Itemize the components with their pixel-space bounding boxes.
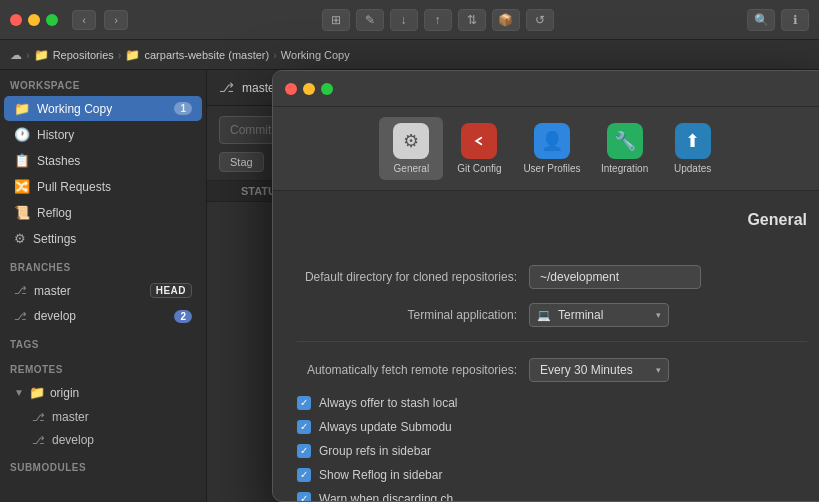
expand-icon: ▼ [14, 387, 24, 398]
checkbox-stash[interactable]: ✓ [297, 396, 311, 410]
merge-icon-btn[interactable]: ⇅ [458, 9, 486, 31]
pull-icon-btn[interactable]: ↓ [390, 9, 418, 31]
checkbox-group-refs-check: ✓ [300, 446, 308, 456]
tab-user-profiles[interactable]: 👤 User Profiles [515, 117, 588, 180]
right-toolbar-icons: 🔍 ℹ [747, 9, 809, 31]
checkbox-group-refs[interactable]: ✓ [297, 444, 311, 458]
tab-general[interactable]: ⚙ General [379, 117, 443, 180]
fullscreen-button[interactable] [46, 14, 58, 26]
sidebar-item-pull-requests-label: Pull Requests [37, 180, 111, 194]
remote-develop-label: develop [52, 433, 94, 447]
checkbox-row-2: ✓ Group refs in sidebar [297, 444, 807, 458]
search-icon-btn[interactable]: 🔍 [747, 9, 775, 31]
checkbox-warn-discard[interactable]: ✓ [297, 492, 311, 501]
working-copy-breadcrumb[interactable]: Working Copy [281, 49, 350, 61]
directory-input[interactable] [529, 265, 701, 289]
minimize-button[interactable] [28, 14, 40, 26]
branch-icon-develop: ⎇ [14, 310, 27, 323]
stage-button[interactable]: Stag [219, 152, 264, 172]
breadcrumb-sep1: › [26, 49, 30, 61]
sidebar-item-stashes[interactable]: 📋 Stashes [4, 148, 202, 173]
workspace-label: Workspace [0, 70, 206, 95]
checkbox-show-reflog-check: ✓ [300, 470, 308, 480]
sidebar-item-settings[interactable]: ⚙ Settings [4, 226, 202, 251]
tab-integration[interactable]: 🔧 Integration [593, 117, 657, 180]
integration-tab-icon: 🔧 [607, 123, 643, 159]
pref-close-button[interactable] [285, 83, 297, 95]
close-button[interactable] [10, 14, 22, 26]
toolbar-icons: ⊞ ✎ ↓ ↑ ⇅ 📦 ↺ [322, 9, 554, 31]
checkbox-submodule[interactable]: ✓ [297, 420, 311, 434]
general-tab-icon: ⚙ [393, 123, 429, 159]
sidebar-remote-develop[interactable]: ⎇ develop [4, 429, 202, 451]
sidebar-item-pull-requests[interactable]: 🔀 Pull Requests [4, 174, 202, 199]
terminal-control: 💻 Terminal ▾ [529, 303, 669, 327]
remotes-origin[interactable]: ▼ 📁 origin [4, 380, 202, 405]
forward-button[interactable]: › [104, 10, 128, 30]
sidebar-item-stashes-label: Stashes [37, 154, 80, 168]
sidebar-item-history-label: History [37, 128, 74, 142]
edit-icon-btn[interactable]: ✎ [356, 9, 384, 31]
pref-row-fetch: Automatically fetch remote repositories:… [297, 358, 807, 382]
checkbox-stash-label: Always offer to stash local [319, 396, 458, 410]
repo-name-link[interactable]: carparts-website (master) [144, 49, 269, 61]
checkbox-show-reflog[interactable]: ✓ [297, 468, 311, 482]
fetch-select-wrap: Every 30 Minutes ▾ [529, 358, 669, 382]
breadcrumb-sep3: › [273, 49, 277, 61]
pull-requests-icon: 🔀 [14, 179, 30, 194]
checkbox-row-4: ✓ Warn when discarding ch [297, 492, 807, 501]
fetch-control: Every 30 Minutes ▾ [529, 358, 669, 382]
refresh-icon-btn[interactable]: ↺ [526, 9, 554, 31]
breadcrumb-sep2: › [118, 49, 122, 61]
pref-titlebar [273, 71, 819, 107]
stage-icon-btn[interactable]: ⊞ [322, 9, 350, 31]
sidebar-item-working-copy[interactable]: 📁 Working Copy 1 [4, 96, 202, 121]
sidebar-item-settings-label: Settings [33, 232, 76, 246]
checkbox-row-1: ✓ Always update Submodu [297, 420, 807, 434]
fetch-select[interactable]: Every 30 Minutes [529, 358, 669, 382]
package-icon-btn[interactable]: 📦 [492, 9, 520, 31]
pref-minimize-button[interactable] [303, 83, 315, 95]
pref-row-terminal: Terminal application: 💻 Terminal ▾ [297, 303, 807, 327]
breadcrumb: ☁ › 📁 Repositories › 📁 carparts-website … [0, 40, 819, 70]
working-copy-icon: 📁 [14, 101, 30, 116]
sidebar-remote-master[interactable]: ⎇ master [4, 406, 202, 428]
checkbox-warn-discard-check: ✓ [300, 494, 308, 501]
git-config-tab-icon [461, 123, 497, 159]
sidebar-item-history[interactable]: 🕐 History [4, 122, 202, 147]
pref-traffic-lights [285, 83, 333, 95]
user-profiles-tab-label: User Profiles [523, 163, 580, 174]
preferences-dialog: ⚙ General Git Config 👤 User Profiles 🔧 I… [272, 70, 819, 502]
pref-toolbar: ⚙ General Git Config 👤 User Profiles 🔧 I… [273, 107, 819, 191]
pref-fullscreen-button[interactable] [321, 83, 333, 95]
user-profiles-tab-icon: 👤 [534, 123, 570, 159]
info-icon-btn[interactable]: ℹ [781, 9, 809, 31]
history-icon: 🕐 [14, 127, 30, 142]
checkbox-submodule-check: ✓ [300, 422, 308, 432]
tags-label: Tags [0, 329, 206, 354]
sidebar-item-reflog[interactable]: 📜 Reflog [4, 200, 202, 225]
terminal-select-wrap: 💻 Terminal ▾ [529, 303, 669, 327]
sidebar-item-develop[interactable]: ⎇ develop 2 [4, 304, 202, 328]
repositories-link[interactable]: Repositories [53, 49, 114, 61]
directory-label: Default directory for cloned repositorie… [297, 270, 517, 284]
develop-badge: 2 [174, 310, 192, 323]
branches-label: Branches [0, 252, 206, 277]
checkbox-row-3: ✓ Show Reflog in sidebar [297, 468, 807, 482]
back-button[interactable]: ‹ [72, 10, 96, 30]
checkbox-stash-check: ✓ [300, 398, 308, 408]
check-col-header [217, 185, 241, 197]
sidebar-item-master[interactable]: ⎇ master HEAD [4, 278, 202, 303]
remote-branch-icon-develop: ⎇ [32, 434, 45, 447]
remote-master-label: master [52, 410, 89, 424]
develop-branch-label: develop [34, 309, 76, 323]
pref-checkboxes: ✓ Always offer to stash local ✓ Always u… [297, 396, 807, 501]
checkbox-row-0: ✓ Always offer to stash local [297, 396, 807, 410]
svg-point-0 [470, 132, 488, 150]
tab-git-config[interactable]: Git Config [447, 117, 511, 180]
sidebar-item-working-copy-label: Working Copy [37, 102, 112, 116]
tab-updates[interactable]: ⬆ Updates [661, 117, 725, 180]
directory-control [529, 265, 701, 289]
terminal-label: Terminal application: [297, 308, 517, 322]
push-icon-btn[interactable]: ↑ [424, 9, 452, 31]
